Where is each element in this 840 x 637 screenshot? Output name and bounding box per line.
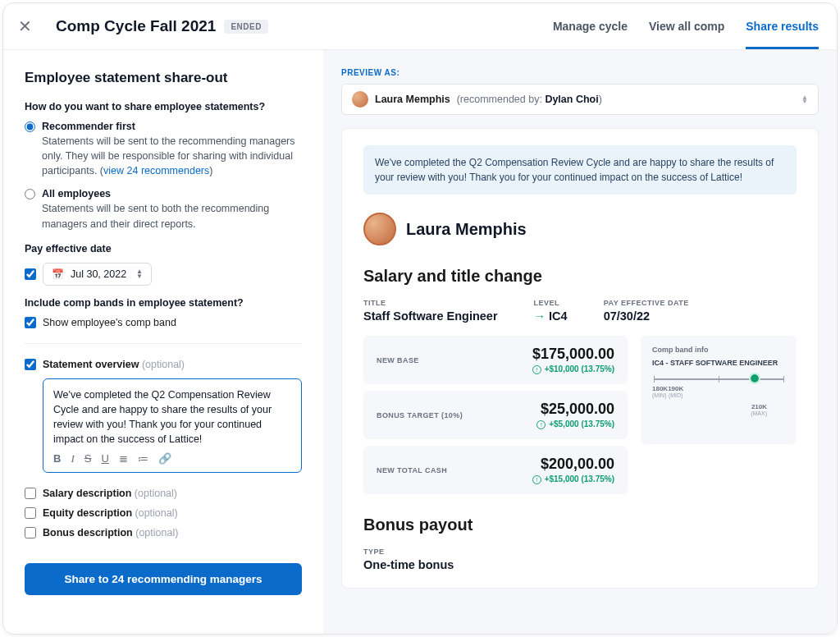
- avatar: [352, 91, 368, 108]
- bullet-list-icon[interactable]: ≣: [119, 452, 128, 465]
- strikethrough-icon[interactable]: S: [84, 452, 92, 465]
- new-base-delta: ↑+$10,000 (13.75%): [532, 364, 614, 374]
- new-base-value: $175,000.00: [532, 346, 614, 363]
- bonus-target-delta: ↑+$5,000 (13.75%): [536, 419, 614, 429]
- salary-section-heading: Salary and title change: [363, 267, 797, 286]
- equity-desc-checkbox[interactable]: [25, 507, 36, 519]
- preview-banner: We've completed the Q2 Compensation Revi…: [363, 145, 797, 195]
- statement-overview-textarea[interactable]: [53, 387, 291, 445]
- arrow-up-icon: ↑: [532, 365, 541, 374]
- bands-label: Show employee's comp band: [43, 317, 176, 328]
- title-value: Staff Software Engineer: [363, 309, 498, 323]
- close-icon[interactable]: ✕: [18, 16, 41, 36]
- salary-desc-checkbox[interactable]: [25, 488, 36, 499]
- radio-recommender-desc: Statements will be sent to the recommend…: [42, 134, 302, 178]
- level-value: →IC4: [534, 309, 568, 323]
- select-chevron-icon: ▲▼: [801, 95, 808, 103]
- underline-icon[interactable]: U: [101, 452, 108, 465]
- statement-overview-checkbox[interactable]: [25, 359, 36, 370]
- bands-checkbox[interactable]: [25, 317, 36, 328]
- bonus-section-heading: Bonus payout: [363, 516, 797, 534]
- comp-band-title: IC4 - STAFF SOFTWARE ENGINEER: [652, 359, 785, 367]
- preview-card: We've completed the Q2 Compensation Revi…: [341, 128, 819, 589]
- equity-desc-label: Equity description (optional): [43, 507, 178, 519]
- view-recommenders-link[interactable]: view 24 recommenders: [103, 165, 209, 176]
- statement-overview-label: Statement overview (optional): [43, 359, 185, 370]
- new-base-label: NEW BASE: [377, 356, 419, 364]
- title-label: TITLE: [363, 299, 498, 307]
- preview-as-select[interactable]: Laura Memphis (recommended by: Dylan Cho…: [341, 84, 819, 115]
- bonus-desc-checkbox[interactable]: [25, 527, 36, 538]
- bands-question: Include comp bands in employee statement…: [25, 297, 302, 309]
- pay-date-meta-label: PAY EFFECTIVE DATE: [604, 299, 689, 307]
- bonus-target-value: $25,000.00: [536, 401, 614, 418]
- tab-share-results[interactable]: Share results: [746, 15, 819, 49]
- italic-icon[interactable]: I: [71, 452, 74, 465]
- pay-date-label: Pay effective date: [25, 243, 302, 254]
- new-total-value: $200,00.00: [532, 456, 614, 473]
- share-method-question: How do you want to share employee statem…: [25, 101, 302, 112]
- pay-date-meta-value: 07/30/22: [604, 309, 689, 323]
- employee-name: Laura Memphis: [406, 220, 527, 239]
- bonus-type-value: One-time bonus: [363, 558, 797, 571]
- arrow-up-icon: ↑: [536, 420, 546, 429]
- tab-view-all-comp[interactable]: View all comp: [649, 15, 724, 38]
- pay-date-checkbox[interactable]: [25, 268, 36, 280]
- employee-avatar: [363, 213, 396, 245]
- bonus-type-label: TYPE: [363, 548, 797, 556]
- new-total-label: NEW TOTAL CASH: [377, 466, 447, 474]
- comp-band-slider: [654, 378, 783, 380]
- numbered-list-icon[interactable]: ≔: [138, 452, 148, 465]
- bonus-desc-label: Bonus description (optional): [43, 527, 178, 538]
- calendar-icon: 📅: [52, 268, 64, 280]
- new-total-delta: ↑+$15,000 (13.75%): [532, 474, 614, 484]
- pay-date-value: Jul 30, 2022: [71, 268, 126, 280]
- arrow-up-icon: ↑: [532, 475, 541, 484]
- preview-person-name: Laura Memphis: [375, 94, 450, 105]
- page-title: Comp Cycle Fall 2021: [56, 17, 216, 35]
- tab-manage-cycle[interactable]: Manage cycle: [553, 15, 628, 38]
- section-heading: Employee statement share-out: [25, 70, 302, 86]
- radio-all-desc: Statements will be sent to both the reco…: [42, 201, 302, 231]
- bold-icon[interactable]: B: [53, 452, 61, 465]
- radio-recommender-first[interactable]: [25, 121, 35, 132]
- bonus-target-label: BONUS TARGET (10%): [377, 411, 463, 419]
- radio-all-title: All employees: [42, 188, 302, 199]
- pay-date-field[interactable]: 📅 Jul 30, 2022 ▲▼: [43, 263, 152, 286]
- level-label: LEVEL: [534, 299, 568, 307]
- share-button[interactable]: Share to 24 recommending managers: [25, 563, 302, 595]
- status-badge: ENDED: [224, 20, 268, 34]
- arrow-right-icon: →: [534, 309, 546, 323]
- salary-desc-label: Salary description (optional): [43, 488, 177, 499]
- comp-band-card: Comp band info IC4 - STAFF SOFTWARE ENGI…: [641, 336, 797, 444]
- radio-all-employees[interactable]: [25, 189, 35, 199]
- radio-recommender-title: Recommender first: [42, 121, 302, 132]
- preview-rec-by: (recommended by: Dylan Choi): [457, 94, 602, 105]
- stepper-icon[interactable]: ▲▼: [136, 269, 143, 279]
- link-icon[interactable]: 🔗: [158, 452, 171, 465]
- comp-band-label: Comp band info: [652, 346, 785, 354]
- preview-as-label: PREVIEW AS:: [341, 68, 819, 77]
